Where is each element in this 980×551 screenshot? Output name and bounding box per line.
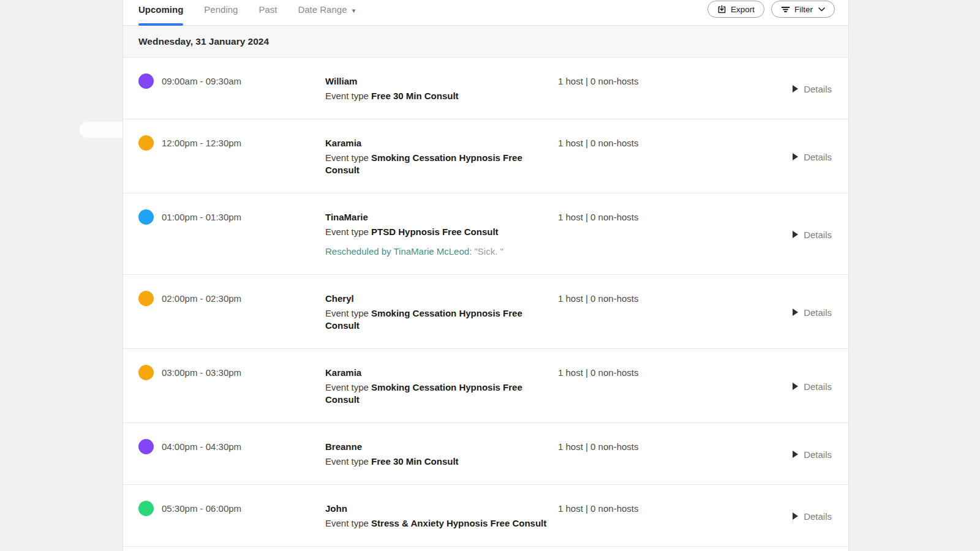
filter-button[interactable]: Filter	[771, 1, 835, 18]
details-button[interactable]: Details	[793, 84, 833, 94]
details-button[interactable]: Details	[793, 449, 833, 460]
invitee-name: Breanne	[325, 441, 558, 453]
filter-button-label: Filter	[794, 5, 813, 14]
toolbar: Export Filter	[707, 0, 835, 18]
event-row: 12:00pm - 12:30pm Karamia Event type Smo…	[123, 119, 848, 193]
invitee-name: Karamia	[325, 367, 558, 379]
event-time: 05:30pm - 06:00pm	[162, 503, 325, 515]
host-count: 1 host | 0 non-hosts	[558, 293, 711, 305]
event-type-label: Event type	[325, 152, 369, 163]
tab-date-range[interactable]: Date Range ▾	[298, 0, 355, 25]
event-main: Karamia Event type Smoking Cessation Hyp…	[325, 367, 558, 406]
event-type-line: Event type PTSD Hypnosis Free Consult	[325, 226, 558, 238]
export-button-label: Export	[731, 5, 755, 14]
tab-past[interactable]: Past	[258, 0, 277, 25]
invitee-name: John	[325, 503, 558, 515]
tab-list: Upcoming Pending Past Date Range ▾	[138, 0, 355, 25]
details-triangle-icon	[793, 383, 798, 390]
event-color-dot	[138, 365, 154, 380]
event-color-dot	[138, 73, 154, 89]
event-main: Cheryl Event type Smoking Cessation Hypn…	[325, 293, 558, 332]
event-row: 01:00pm - 01:30pm TinaMarie Event type P…	[123, 193, 848, 274]
event-time: 03:00pm - 03:30pm	[162, 367, 325, 379]
export-icon	[717, 5, 726, 14]
event-color-dot	[138, 209, 154, 225]
event-color-dot	[138, 291, 154, 306]
event-main: John Event type Stress & Anxiety Hypnosi…	[325, 503, 558, 530]
event-row: 04:00pm - 04:30pm Breanne Event type Fre…	[123, 422, 848, 484]
invitee-name: William	[325, 75, 558, 88]
tab-pending[interactable]: Pending	[204, 0, 238, 25]
reschedule-note-quote: "Sick. "	[474, 246, 503, 257]
event-type-name: PTSD Hypnosis Free Consult	[371, 227, 499, 237]
event-main: Breanne Event type Free 30 Min Consult	[325, 441, 558, 468]
details-triangle-icon	[793, 85, 798, 92]
event-main: Karamia Event type Smoking Cessation Hyp…	[325, 137, 558, 176]
caret-down-icon: ▾	[352, 7, 356, 14]
event-main: TinaMarie Event type PTSD Hypnosis Free …	[325, 211, 558, 258]
date-group-header: Wednesday, 31 January 2024	[123, 26, 848, 58]
host-count: 1 host | 0 non-hosts	[558, 367, 711, 379]
reschedule-note: Rescheduled by TinaMarie McLeod: "Sick. …	[325, 246, 558, 258]
tabs-row: Upcoming Pending Past Date Range ▾	[123, 0, 848, 26]
event-type-label: Event type	[325, 91, 369, 101]
host-count: 1 host | 0 non-hosts	[558, 503, 711, 515]
tab-pending-label: Pending	[204, 4, 238, 15]
host-count: 1 host | 0 non-hosts	[558, 137, 711, 149]
details-button-label: Details	[804, 511, 832, 522]
filter-icon	[781, 6, 790, 13]
details-button-label: Details	[804, 307, 832, 318]
details-button[interactable]: Details	[793, 307, 833, 318]
event-type-label: Event type	[325, 308, 369, 318]
event-row: 05:30pm - 06:00pm John Event type Stress…	[123, 484, 848, 546]
event-row: 03:00pm - 03:30pm Karamia Event type Smo…	[123, 348, 848, 422]
chevron-down-icon	[818, 7, 825, 12]
host-count: 1 host | 0 non-hosts	[558, 441, 711, 453]
details-button[interactable]: Details	[793, 511, 833, 522]
tab-past-label: Past	[258, 4, 277, 15]
details-triangle-icon	[793, 309, 798, 316]
event-type-label: Event type	[325, 227, 369, 237]
tab-date-range-label: Date Range	[298, 4, 347, 15]
event-type-label: Event type	[325, 382, 369, 392]
scheduled-events-page: Upcoming Pending Past Date Range ▾	[0, 0, 980, 551]
details-button[interactable]: Details	[793, 230, 833, 240]
event-type-line: Event type Stress & Anxiety Hypnosis Fre…	[325, 517, 558, 530]
event-type-name: Stress & Anxiety Hypnosis Free Consult	[371, 518, 546, 528]
event-time: 09:00am - 09:30am	[162, 75, 325, 88]
details-triangle-icon	[793, 451, 798, 458]
invitee-name: Karamia	[325, 137, 558, 149]
export-button[interactable]: Export	[707, 1, 764, 18]
reschedule-note-prefix: Rescheduled by TinaMarie McLeod:	[325, 246, 472, 257]
invitee-name: TinaMarie	[325, 211, 558, 223]
host-count: 1 host | 0 non-hosts	[558, 75, 711, 88]
details-button[interactable]: Details	[793, 381, 833, 392]
event-type-line: Event type Smoking Cessation Hypnosis Fr…	[325, 152, 558, 176]
event-time: 02:00pm - 02:30pm	[162, 293, 325, 305]
event-main: William Event type Free 30 Min Consult	[325, 75, 558, 102]
active-tab-underline	[138, 23, 183, 26]
host-count: 1 host | 0 non-hosts	[558, 211, 711, 223]
events-card: Upcoming Pending Past Date Range ▾	[123, 0, 849, 551]
details-triangle-icon	[793, 153, 798, 160]
event-time: 04:00pm - 04:30pm	[162, 441, 325, 453]
end-of-list-message: You've reached the end of the list	[123, 546, 848, 551]
details-button-label: Details	[804, 230, 832, 240]
details-button-label: Details	[804, 152, 832, 162]
event-type-line: Event type Free 30 Min Consult	[325, 90, 558, 102]
event-row: 02:00pm - 02:30pm Cheryl Event type Smok…	[123, 274, 848, 348]
details-triangle-icon	[793, 512, 798, 520]
tab-upcoming[interactable]: Upcoming	[138, 0, 183, 25]
event-type-name: Free 30 Min Consult	[371, 456, 459, 467]
details-triangle-icon	[793, 231, 798, 238]
tab-upcoming-label: Upcoming	[138, 4, 183, 15]
event-type-line: Event type Smoking Cessation Hypnosis Fr…	[325, 381, 558, 406]
details-button[interactable]: Details	[793, 152, 833, 162]
details-button-label: Details	[804, 381, 832, 392]
event-color-dot	[138, 135, 154, 151]
invitee-name: Cheryl	[325, 293, 558, 305]
event-type-label: Event type	[325, 456, 369, 467]
event-type-label: Event type	[325, 518, 369, 528]
event-list: 09:00am - 09:30am William Event type Fre…	[123, 58, 848, 546]
event-row: 09:00am - 09:30am William Event type Fre…	[123, 58, 848, 119]
